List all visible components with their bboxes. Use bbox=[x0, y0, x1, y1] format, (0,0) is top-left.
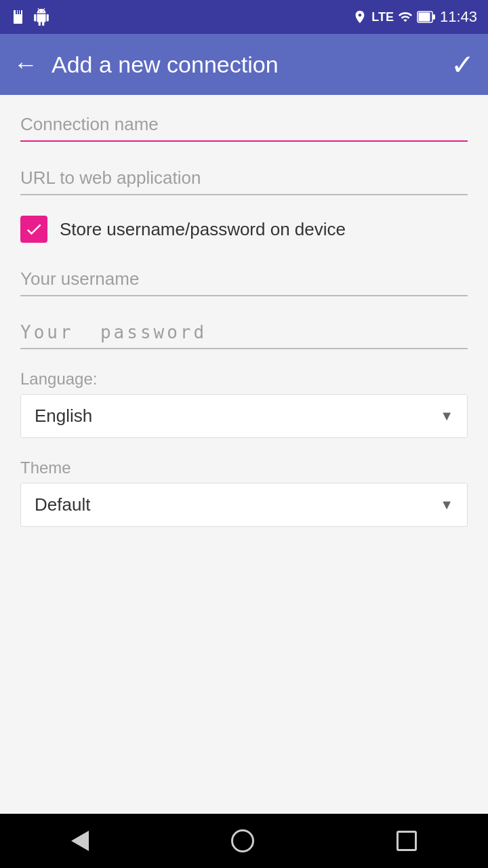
svg-rect-3 bbox=[20, 10, 21, 14]
language-dropdown-arrow: ▼ bbox=[440, 408, 453, 424]
clock: 11:43 bbox=[440, 8, 477, 26]
status-bar-right-icons: LTE 11:43 bbox=[352, 8, 477, 26]
signal-icon bbox=[398, 9, 413, 24]
theme-dropdown[interactable]: Default ▼ bbox=[20, 483, 468, 527]
home-circle-icon bbox=[231, 829, 254, 852]
username-field bbox=[20, 263, 468, 296]
language-section: Language: English ▼ bbox=[20, 370, 468, 438]
theme-section: Theme Default ▼ bbox=[20, 458, 468, 527]
status-bar-left-icons bbox=[11, 8, 50, 26]
app-bar: ← Add a new connection ✓ bbox=[0, 34, 488, 95]
location-icon bbox=[352, 9, 367, 24]
language-dropdown[interactable]: English ▼ bbox=[20, 394, 468, 438]
checkmark-icon bbox=[24, 220, 43, 239]
language-selected-value: English bbox=[35, 406, 92, 427]
url-input[interactable] bbox=[20, 162, 468, 195]
navigation-bar bbox=[0, 814, 488, 868]
svg-rect-1 bbox=[16, 10, 17, 14]
store-credentials-label: Store username/password on device bbox=[60, 219, 346, 240]
svg-rect-6 bbox=[432, 14, 435, 20]
form-content: Store username/password on device Langua… bbox=[0, 95, 488, 814]
nav-back-button[interactable] bbox=[71, 831, 89, 851]
status-bar: LTE 11:43 bbox=[0, 0, 488, 34]
store-credentials-checkbox[interactable] bbox=[20, 216, 47, 243]
theme-label: Theme bbox=[20, 458, 468, 477]
confirm-button[interactable]: ✓ bbox=[451, 48, 474, 81]
back-triangle-icon bbox=[71, 831, 89, 851]
page-title: Add a new connection bbox=[52, 52, 451, 78]
nav-home-button[interactable] bbox=[231, 829, 254, 852]
password-input[interactable] bbox=[20, 317, 468, 349]
connection-name-field bbox=[20, 108, 468, 142]
username-input[interactable] bbox=[20, 263, 468, 296]
svg-rect-5 bbox=[418, 13, 430, 22]
password-field bbox=[20, 317, 468, 349]
back-button[interactable]: ← bbox=[14, 50, 38, 79]
lte-icon: LTE bbox=[371, 10, 394, 24]
theme-selected-value: Default bbox=[35, 494, 90, 515]
connection-name-input[interactable] bbox=[20, 108, 468, 142]
language-label: Language: bbox=[20, 370, 468, 389]
theme-dropdown-arrow: ▼ bbox=[440, 497, 453, 513]
nav-recents-button[interactable] bbox=[396, 831, 417, 851]
store-credentials-row[interactable]: Store username/password on device bbox=[20, 216, 468, 243]
url-field bbox=[20, 162, 468, 195]
sd-card-icon bbox=[11, 9, 27, 25]
recents-square-icon bbox=[396, 831, 417, 851]
battery-icon bbox=[417, 9, 436, 24]
svg-rect-2 bbox=[18, 10, 19, 14]
android-icon bbox=[33, 8, 50, 26]
